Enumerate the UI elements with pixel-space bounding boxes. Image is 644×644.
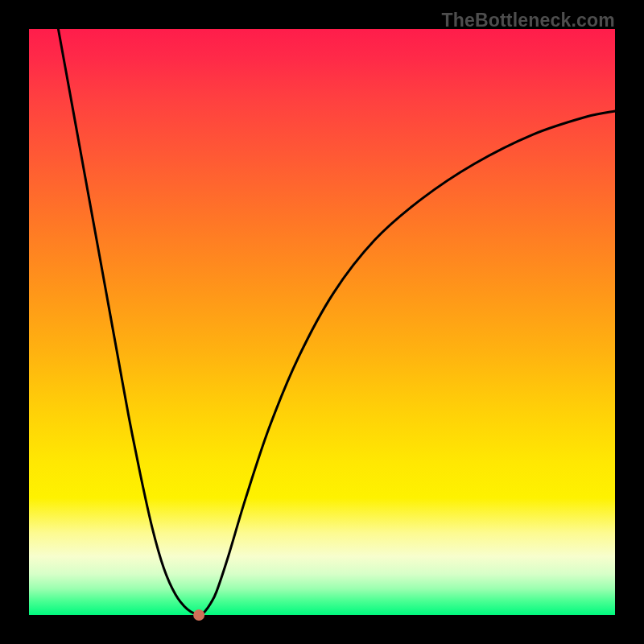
bottleneck-curve — [58, 29, 615, 616]
curve-layer — [29, 29, 615, 615]
plot-area — [29, 29, 615, 615]
chart-container: TheBottleneck.com — [0, 0, 644, 644]
optimum-marker — [193, 609, 204, 621]
watermark-text: TheBottleneck.com — [441, 10, 615, 31]
